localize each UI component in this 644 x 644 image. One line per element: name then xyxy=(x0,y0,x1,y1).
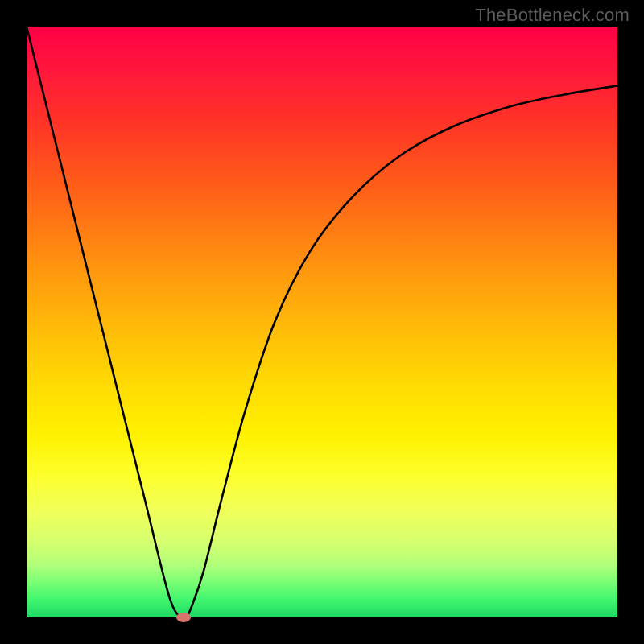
bottleneck-curve xyxy=(27,27,617,617)
chart-frame: TheBottleneck.com xyxy=(0,0,644,644)
watermark-text: TheBottleneck.com xyxy=(475,5,630,26)
plot-area xyxy=(27,27,617,617)
minimum-marker xyxy=(176,613,191,622)
